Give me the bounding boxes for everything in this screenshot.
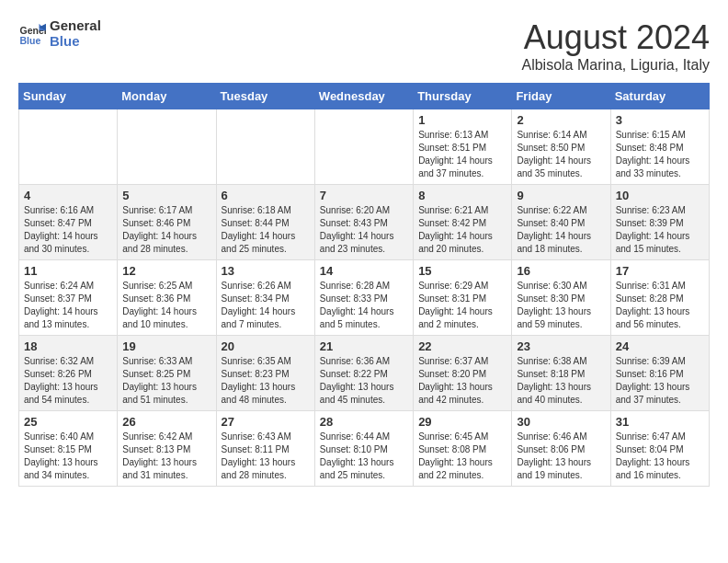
day-number: 1 [418,113,506,127]
calendar-day-cell: 4Sunrise: 6:16 AM Sunset: 8:47 PM Daylig… [19,185,118,260]
calendar-week-row: 18Sunrise: 6:32 AM Sunset: 8:26 PM Dayli… [19,336,710,411]
calendar-day-cell: 10Sunrise: 6:23 AM Sunset: 8:39 PM Dayli… [610,185,709,260]
calendar-table: SundayMondayTuesdayWednesdayThursdayFrid… [18,83,710,487]
day-info: Sunrise: 6:44 AM Sunset: 8:10 PM Dayligh… [320,431,408,482]
day-info: Sunrise: 6:33 AM Sunset: 8:25 PM Dayligh… [122,355,210,407]
day-number: 5 [122,189,210,202]
weekday-header-row: SundayMondayTuesdayWednesdayThursdayFrid… [19,84,710,109]
day-number: 23 [517,339,605,353]
day-info: Sunrise: 6:37 AM Sunset: 8:20 PM Dayligh… [418,355,506,407]
calendar-day-cell: 16Sunrise: 6:30 AM Sunset: 8:30 PM Dayli… [512,260,610,336]
day-info: Sunrise: 6:30 AM Sunset: 8:30 PM Dayligh… [517,280,605,331]
day-number: 26 [122,415,210,429]
day-number: 24 [616,339,704,353]
day-info: Sunrise: 6:43 AM Sunset: 8:11 PM Dayligh… [222,431,310,482]
day-number: 14 [320,264,408,278]
day-info: Sunrise: 6:47 AM Sunset: 8:04 PM Dayligh… [616,431,704,482]
day-info: Sunrise: 6:36 AM Sunset: 8:22 PM Dayligh… [320,355,408,407]
day-info: Sunrise: 6:13 AM Sunset: 8:51 PM Dayligh… [418,129,506,180]
day-number: 27 [222,415,310,429]
calendar-day-cell: 17Sunrise: 6:31 AM Sunset: 8:28 PM Dayli… [610,260,709,336]
day-number: 4 [24,189,112,202]
calendar-day-cell: 30Sunrise: 6:46 AM Sunset: 8:06 PM Dayli… [512,411,610,487]
calendar-day-cell: 6Sunrise: 6:18 AM Sunset: 8:44 PM Daylig… [216,185,314,260]
day-number: 31 [616,415,704,429]
weekday-header-saturday: Saturday [610,84,709,109]
day-number: 13 [222,264,310,278]
calendar-day-cell: 3Sunrise: 6:15 AM Sunset: 8:48 PM Daylig… [610,109,709,185]
empty-day-cell [216,109,314,185]
calendar-week-row: 4Sunrise: 6:16 AM Sunset: 8:47 PM Daylig… [19,185,710,260]
day-info: Sunrise: 6:25 AM Sunset: 8:36 PM Dayligh… [122,280,210,331]
day-info: Sunrise: 6:38 AM Sunset: 8:18 PM Dayligh… [517,355,605,407]
day-info: Sunrise: 6:40 AM Sunset: 8:15 PM Dayligh… [24,431,112,482]
calendar-day-cell: 25Sunrise: 6:40 AM Sunset: 8:15 PM Dayli… [19,411,118,487]
day-number: 17 [616,264,704,278]
calendar-day-cell: 14Sunrise: 6:28 AM Sunset: 8:33 PM Dayli… [314,260,413,336]
day-info: Sunrise: 6:29 AM Sunset: 8:31 PM Dayligh… [418,280,506,331]
day-info: Sunrise: 6:15 AM Sunset: 8:48 PM Dayligh… [616,129,704,180]
day-info: Sunrise: 6:45 AM Sunset: 8:08 PM Dayligh… [418,431,506,482]
day-info: Sunrise: 6:21 AM Sunset: 8:42 PM Dayligh… [418,204,506,256]
day-info: Sunrise: 6:18 AM Sunset: 8:44 PM Dayligh… [222,204,310,256]
weekday-header-tuesday: Tuesday [216,84,314,109]
calendar-week-row: 1Sunrise: 6:13 AM Sunset: 8:51 PM Daylig… [19,109,710,185]
day-number: 12 [122,264,210,278]
calendar-day-cell: 23Sunrise: 6:38 AM Sunset: 8:18 PM Dayli… [512,336,610,411]
day-number: 3 [616,113,704,127]
calendar-day-cell: 19Sunrise: 6:33 AM Sunset: 8:25 PM Dayli… [118,336,216,411]
calendar-day-cell: 20Sunrise: 6:35 AM Sunset: 8:23 PM Dayli… [216,336,314,411]
calendar-day-cell: 7Sunrise: 6:20 AM Sunset: 8:43 PM Daylig… [314,185,413,260]
empty-day-cell [118,109,216,185]
empty-day-cell [19,109,118,185]
day-info: Sunrise: 6:28 AM Sunset: 8:33 PM Dayligh… [320,280,408,331]
day-number: 18 [24,339,112,353]
day-number: 22 [418,339,506,353]
calendar-day-cell: 27Sunrise: 6:43 AM Sunset: 8:11 PM Dayli… [216,411,314,487]
day-info: Sunrise: 6:32 AM Sunset: 8:26 PM Dayligh… [24,355,112,407]
calendar-day-cell: 28Sunrise: 6:44 AM Sunset: 8:10 PM Dayli… [314,411,413,487]
calendar-day-cell: 24Sunrise: 6:39 AM Sunset: 8:16 PM Dayli… [610,336,709,411]
weekday-header-wednesday: Wednesday [314,84,413,109]
day-info: Sunrise: 6:35 AM Sunset: 8:23 PM Dayligh… [222,355,310,407]
day-number: 20 [222,339,310,353]
logo: General Blue General Blue [18,18,101,49]
day-info: Sunrise: 6:14 AM Sunset: 8:50 PM Dayligh… [517,129,605,180]
day-number: 10 [616,189,704,202]
weekday-header-thursday: Thursday [414,84,512,109]
month-year: August 2024 [521,18,710,57]
calendar-day-cell: 21Sunrise: 6:36 AM Sunset: 8:22 PM Dayli… [314,336,413,411]
calendar-day-cell: 29Sunrise: 6:45 AM Sunset: 8:08 PM Dayli… [414,411,512,487]
weekday-header-sunday: Sunday [19,84,118,109]
svg-text:Blue: Blue [20,35,41,46]
day-number: 6 [222,189,310,202]
calendar-day-cell: 15Sunrise: 6:29 AM Sunset: 8:31 PM Dayli… [414,260,512,336]
day-number: 9 [517,189,605,202]
day-info: Sunrise: 6:31 AM Sunset: 8:28 PM Dayligh… [616,280,704,331]
day-info: Sunrise: 6:39 AM Sunset: 8:16 PM Dayligh… [616,355,704,407]
calendar-day-cell: 5Sunrise: 6:17 AM Sunset: 8:46 PM Daylig… [118,185,216,260]
day-info: Sunrise: 6:17 AM Sunset: 8:46 PM Dayligh… [122,204,210,256]
day-info: Sunrise: 6:26 AM Sunset: 8:34 PM Dayligh… [222,280,310,331]
calendar-day-cell: 1Sunrise: 6:13 AM Sunset: 8:51 PM Daylig… [414,109,512,185]
calendar-week-row: 11Sunrise: 6:24 AM Sunset: 8:37 PM Dayli… [19,260,710,336]
day-number: 21 [320,339,408,353]
empty-day-cell [314,109,413,185]
calendar-day-cell: 9Sunrise: 6:22 AM Sunset: 8:40 PM Daylig… [512,185,610,260]
weekday-header-monday: Monday [118,84,216,109]
calendar-day-cell: 11Sunrise: 6:24 AM Sunset: 8:37 PM Dayli… [19,260,118,336]
day-info: Sunrise: 6:24 AM Sunset: 8:37 PM Dayligh… [24,280,112,331]
calendar-day-cell: 2Sunrise: 6:14 AM Sunset: 8:50 PM Daylig… [512,109,610,185]
day-number: 2 [517,113,605,127]
title-block: August 2024 Albisola Marina, Liguria, It… [521,18,710,74]
day-info: Sunrise: 6:46 AM Sunset: 8:06 PM Dayligh… [517,431,605,482]
calendar-week-row: 25Sunrise: 6:40 AM Sunset: 8:15 PM Dayli… [19,411,710,487]
calendar-day-cell: 13Sunrise: 6:26 AM Sunset: 8:34 PM Dayli… [216,260,314,336]
logo-line1: General [50,18,101,34]
calendar-day-cell: 31Sunrise: 6:47 AM Sunset: 8:04 PM Dayli… [610,411,709,487]
logo-icon: General Blue [18,20,46,48]
day-info: Sunrise: 6:20 AM Sunset: 8:43 PM Dayligh… [320,204,408,256]
day-number: 11 [24,264,112,278]
day-info: Sunrise: 6:23 AM Sunset: 8:39 PM Dayligh… [616,204,704,256]
day-number: 19 [122,339,210,353]
